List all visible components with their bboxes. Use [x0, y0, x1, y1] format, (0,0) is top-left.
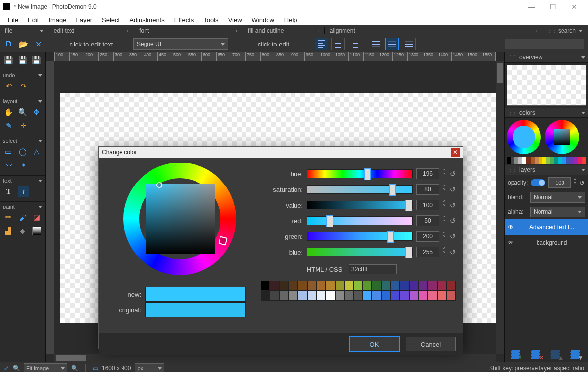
- unit-select[interactable]: px: [135, 363, 164, 372]
- add-layer-icon[interactable]: ＋: [511, 350, 522, 359]
- spinner-icon[interactable]: ˄˅: [443, 248, 446, 256]
- save-as-icon[interactable]: 💾: [17, 54, 28, 66]
- green-value[interactable]: [416, 231, 439, 242]
- rect-select-icon[interactable]: ▭: [3, 146, 14, 158]
- gradient-tool-icon[interactable]: [31, 225, 42, 237]
- sat-value[interactable]: [416, 184, 439, 195]
- chevron-down-icon[interactable]: [38, 206, 42, 208]
- menu-select[interactable]: Select: [102, 16, 120, 23]
- ellipse-select-icon[interactable]: ◯: [17, 146, 28, 158]
- minimize-button[interactable]: —: [520, 3, 542, 11]
- layer-down-icon[interactable]: ▼: [571, 350, 582, 359]
- menu-effects[interactable]: Effects: [174, 16, 194, 23]
- swatch-grid[interactable]: [261, 281, 456, 301]
- chevron-down-icon[interactable]: [40, 30, 44, 32]
- delete-layer-icon[interactable]: ✕: [531, 350, 542, 359]
- zoom-in-icon[interactable]: 🔍: [71, 365, 78, 372]
- html-value[interactable]: [349, 264, 397, 274]
- stamp-tool-icon[interactable]: ▟: [3, 225, 14, 237]
- dialog-titlebar[interactable]: Change color ✕: [99, 147, 463, 158]
- red-slider[interactable]: [307, 216, 413, 225]
- fit-screen-icon[interactable]: ⤢: [4, 365, 9, 372]
- zoom-tool-icon[interactable]: 🔍: [17, 106, 28, 118]
- reset-icon[interactable]: ↺: [450, 170, 456, 178]
- val-slider[interactable]: [307, 201, 413, 209]
- chevron-down-icon[interactable]: [38, 180, 42, 182]
- green-slider[interactable]: [307, 232, 413, 241]
- layer-item-advanced-text[interactable]: 👁 Advanced text l...: [505, 219, 588, 235]
- valign-top-button[interactable]: [369, 38, 383, 50]
- wheel-handle[interactable]: [218, 236, 227, 245]
- export-icon[interactable]: 💾: [31, 54, 42, 66]
- chevron-down-icon[interactable]: [581, 112, 585, 114]
- chevron-down-icon[interactable]: [38, 100, 42, 103]
- undo-icon[interactable]: ↶: [3, 80, 15, 92]
- zoom-out-icon[interactable]: 🔍: [13, 365, 20, 372]
- save-icon[interactable]: 💾: [3, 54, 14, 66]
- eraser-tool-icon[interactable]: ◪: [31, 211, 42, 223]
- spinner-icon[interactable]: ˄˅: [443, 170, 446, 178]
- hand-tool-icon[interactable]: ✋: [3, 106, 14, 118]
- reset-icon[interactable]: ↺: [450, 186, 456, 193]
- overview-thumbnail[interactable]: [507, 65, 586, 106]
- menu-edit[interactable]: Edit: [28, 16, 39, 23]
- chevron-down-icon[interactable]: [38, 140, 42, 142]
- chevron-left-icon[interactable]: ‹: [535, 27, 537, 34]
- move-tool-icon[interactable]: ✥: [31, 106, 42, 118]
- layer-up-icon[interactable]: ▲: [551, 350, 562, 359]
- close-button[interactable]: ✕: [564, 3, 585, 11]
- menu-tools[interactable]: Tools: [203, 16, 218, 23]
- reset-icon[interactable]: ↺: [450, 201, 456, 209]
- original-color-swatch[interactable]: [145, 302, 246, 317]
- menu-help[interactable]: Help: [284, 16, 297, 23]
- sv-square[interactable]: [146, 184, 215, 254]
- spinner-icon[interactable]: ˄˅: [443, 232, 446, 240]
- eyedropper-tool-icon[interactable]: ✎: [3, 120, 15, 132]
- alpha-select[interactable]: Normal: [530, 207, 585, 217]
- ok-button[interactable]: OK: [349, 336, 400, 352]
- dialog-close-button[interactable]: ✕: [451, 148, 460, 157]
- align-left-button[interactable]: [315, 38, 328, 50]
- fill-tool-icon[interactable]: ◆: [17, 225, 28, 237]
- opacity-value[interactable]: [548, 177, 571, 188]
- blue-slider[interactable]: [307, 248, 413, 256]
- chevron-down-icon[interactable]: [581, 56, 585, 59]
- blue-value[interactable]: [416, 247, 439, 257]
- reset-icon[interactable]: ↺: [450, 232, 456, 240]
- menu-layer[interactable]: Layer: [76, 16, 93, 23]
- zoom-select[interactable]: Fit image: [24, 363, 67, 372]
- palette-row[interactable]: [507, 157, 586, 164]
- search-input[interactable]: [505, 39, 584, 49]
- lasso-select-icon[interactable]: 〰: [3, 160, 15, 171]
- reset-icon[interactable]: ↺: [450, 248, 456, 256]
- grip-icon[interactable]: ⋮⋮: [508, 111, 517, 114]
- align-center-button[interactable]: [331, 38, 345, 50]
- menu-window[interactable]: Window: [252, 16, 274, 23]
- scrollbar-vertical[interactable]: [496, 61, 504, 354]
- valign-middle-button[interactable]: [385, 38, 399, 50]
- wand-select-icon[interactable]: ✦: [18, 160, 29, 171]
- chevron-down-icon[interactable]: [38, 74, 42, 77]
- click-edit-fill-link[interactable]: click to edit: [258, 41, 289, 48]
- new-file-icon[interactable]: 🗋: [4, 39, 14, 49]
- eye-icon[interactable]: 👁: [508, 239, 514, 246]
- blend-select[interactable]: Normal: [530, 192, 585, 203]
- spinner-icon[interactable]: ˄˅: [443, 201, 446, 209]
- layer-item-background[interactable]: 👁 background: [505, 235, 588, 251]
- grip-icon[interactable]: ⋮⋮: [508, 168, 517, 171]
- spinner-icon[interactable]: ˄˅: [443, 217, 446, 225]
- cancel-button[interactable]: Cancel: [406, 337, 456, 351]
- maximize-button[interactable]: ☐: [542, 3, 564, 11]
- color-sv-box[interactable]: [554, 129, 570, 145]
- sat-slider[interactable]: [307, 185, 413, 194]
- hue-value[interactable]: [416, 168, 439, 179]
- hue-slider[interactable]: [307, 169, 413, 178]
- spinner-icon[interactable]: ˄˅: [574, 179, 576, 186]
- click-edit-text-link[interactable]: click to edit text: [70, 41, 113, 48]
- spinner-icon[interactable]: ˄˅: [443, 186, 446, 193]
- color-wheel-primary[interactable]: [507, 120, 541, 154]
- opacity-toggle[interactable]: [531, 179, 545, 186]
- text-tool-icon[interactable]: T: [3, 186, 15, 197]
- font-select[interactable]: Segoe UI: [133, 38, 228, 50]
- chevron-down-icon[interactable]: [581, 169, 585, 171]
